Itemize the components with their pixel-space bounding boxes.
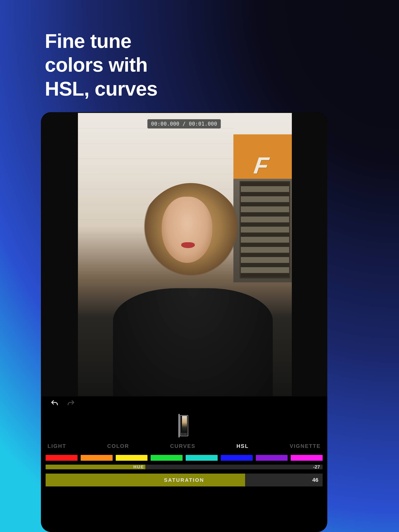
hue-slider-fill: HUE <box>45 465 145 469</box>
undo-button[interactable] <box>50 399 59 409</box>
tab-vignette[interactable]: VIGNETTE <box>290 443 321 449</box>
swatch-blue[interactable] <box>221 455 253 461</box>
swatch-magenta[interactable] <box>291 455 323 461</box>
preview-image: F <box>78 113 292 396</box>
tab-color[interactable]: COLOR <box>107 443 129 449</box>
hsl-color-swatches <box>45 455 323 461</box>
saturation-slider-value: 46 <box>312 477 318 483</box>
swatch-purple[interactable] <box>256 455 288 461</box>
hue-slider-label: HUE <box>133 464 144 469</box>
swatch-green[interactable] <box>151 455 183 461</box>
redo-button <box>67 399 75 409</box>
hue-slider[interactable]: HUE -27 <box>45 465 323 469</box>
headline-line-3: HSL, curves <box>45 77 158 101</box>
timeline-playhead[interactable] <box>179 414 180 437</box>
swatch-red[interactable] <box>45 455 77 461</box>
saturation-slider-label: SATURATION <box>45 477 323 483</box>
tab-curves[interactable]: CURVES <box>170 443 195 449</box>
subject-face <box>162 197 212 263</box>
clip-drag-handle[interactable] <box>181 433 187 435</box>
swatch-orange[interactable] <box>81 455 113 461</box>
tab-light[interactable]: LIGHT <box>48 443 66 449</box>
subject-lips <box>181 242 195 248</box>
headline-line-2: colors with <box>45 53 158 77</box>
clip-thumbnail <box>182 416 187 432</box>
saturation-slider[interactable]: SATURATION 46 <box>45 474 323 487</box>
timeline-clip[interactable] <box>180 415 188 436</box>
hue-slider-value: -27 <box>313 464 320 470</box>
adjustment-tabs: LIGHT COLOR CURVES HSL VIGNETTE <box>45 443 323 449</box>
tab-hsl[interactable]: HSL <box>237 443 249 449</box>
swatch-yellow[interactable] <box>116 455 148 461</box>
truck-grille <box>240 181 290 279</box>
swatch-cyan[interactable] <box>186 455 218 461</box>
truck-letter: F <box>252 152 270 179</box>
timecode-display: 00:00.000 / 00:01.000 <box>147 119 221 128</box>
subject-jacket <box>113 288 273 396</box>
redo-icon <box>67 399 75 408</box>
marketing-headline: Fine tune colors with HSL, curves <box>45 29 158 101</box>
editor-device-frame: F 00:00.000 / 00:01.000 LIGHT COLOR <box>41 112 327 532</box>
undo-icon <box>50 399 59 408</box>
video-preview-area[interactable]: F 00:00.000 / 00:01.000 <box>41 112 327 396</box>
undo-redo-group <box>50 399 75 409</box>
headline-line-1: Fine tune <box>45 29 158 53</box>
